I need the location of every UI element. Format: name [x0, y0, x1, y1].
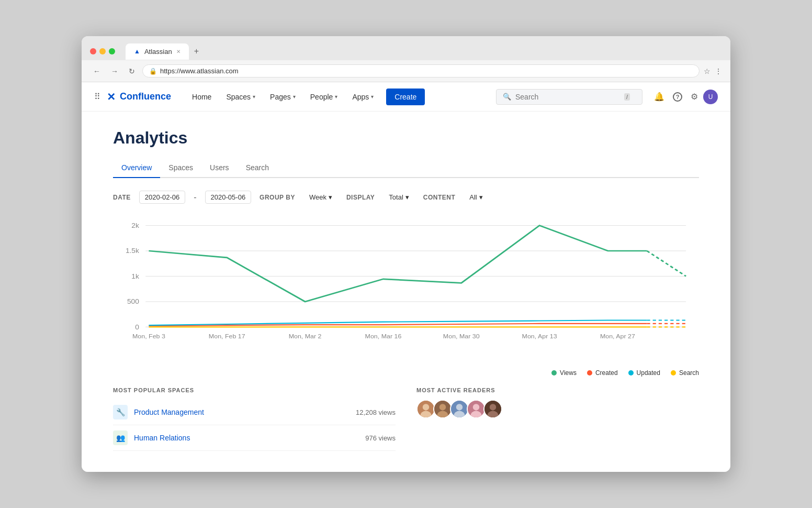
svg-text:Mon, Mar 16: Mon, Mar 16: [365, 333, 402, 339]
date-label: DATE: [113, 194, 131, 201]
tab-users[interactable]: Users: [201, 158, 238, 177]
filters-row: DATE 2020-02-06 - 2020-05-06 GROUP BY We…: [113, 191, 699, 204]
views-label: Views: [560, 369, 577, 377]
url-bar[interactable]: 🔒 https://www.atlassian.com: [142, 64, 700, 78]
maximize-button[interactable]: [109, 48, 115, 54]
minimize-button[interactable]: [99, 48, 106, 54]
most-active-readers-section: MOST ACTIVE READERS: [416, 387, 699, 451]
space-item-human-relations: 👥 Human Relations 976 views: [113, 425, 396, 451]
address-actions: ☆ ⋮: [704, 67, 722, 75]
svg-text:Mon, Apr 27: Mon, Apr 27: [600, 333, 635, 339]
analytics-chart: 2k 1.5k 1k 500 0: [113, 214, 699, 361]
svg-text:Mon, Feb 3: Mon, Feb 3: [132, 333, 165, 339]
space-icon-product: 🔧: [113, 405, 128, 419]
url-text: https://www.atlassian.com: [160, 67, 239, 75]
space-name-hr[interactable]: Human Relations: [134, 434, 365, 442]
tab-title: Atlassian: [144, 48, 172, 56]
tab-search[interactable]: Search: [238, 158, 277, 177]
svg-text:1.5k: 1.5k: [126, 247, 140, 255]
spaces-label: Spaces: [226, 93, 251, 101]
tab-users-label: Users: [210, 163, 229, 172]
search-input[interactable]: [515, 93, 620, 101]
back-button[interactable]: ←: [90, 65, 104, 78]
chart-legend: Views Created Updated Search: [113, 369, 699, 377]
new-tab-button[interactable]: +: [189, 42, 204, 60]
browser-chrome: ▲ Atlassian ✕ + ← → ↻ 🔒 https://www.atla…: [82, 36, 730, 82]
active-tab[interactable]: ▲ Atlassian ✕: [126, 43, 189, 60]
bookmark-icon[interactable]: ☆: [704, 67, 710, 75]
nav-home[interactable]: Home: [186, 89, 218, 105]
group-by-value: Week: [309, 193, 326, 201]
space-views-hr: 976 views: [365, 434, 396, 442]
svg-point-25: [439, 404, 446, 410]
svg-point-28: [456, 404, 463, 410]
create-button[interactable]: Create: [386, 89, 425, 105]
active-readers-title: MOST ACTIVE READERS: [416, 387, 699, 393]
legend-created: Created: [587, 369, 618, 377]
legend-search: Search: [671, 369, 699, 377]
svg-text:Mon, Feb 17: Mon, Feb 17: [209, 333, 245, 339]
tab-search-label: Search: [246, 163, 269, 172]
nav-spaces[interactable]: Spaces ▾: [220, 89, 262, 105]
title-bar: ▲ Atlassian ✕ +: [82, 36, 730, 60]
refresh-button[interactable]: ↻: [126, 65, 138, 78]
tab-overview-label: Overview: [121, 163, 152, 172]
nav-pages[interactable]: Pages ▾: [264, 89, 302, 105]
display-dropdown[interactable]: Total ▾: [383, 191, 414, 204]
popular-spaces-title: MOST POPULAR SPACES: [113, 387, 396, 393]
apps-dropdown-icon: ▾: [371, 94, 374, 100]
svg-text:2k: 2k: [131, 222, 139, 229]
reader-avatar-2[interactable]: [433, 400, 452, 418]
notifications-button[interactable]: 🔔: [651, 89, 668, 105]
main-content: Analytics Overview Spaces Users Search D…: [82, 112, 730, 472]
reader-avatar-1[interactable]: [416, 400, 435, 418]
more-icon[interactable]: ⋮: [715, 67, 722, 75]
created-label: Created: [595, 369, 618, 377]
most-popular-spaces-section: MOST POPULAR SPACES 🔧 Product Management…: [113, 387, 396, 451]
pages-label: Pages: [270, 93, 291, 101]
readers-avatars: [416, 400, 699, 418]
reader-avatar-5[interactable]: [483, 400, 502, 418]
content-value: All: [469, 193, 477, 201]
search-bar[interactable]: 🔍 /: [496, 89, 642, 105]
created-dot: [587, 370, 592, 376]
svg-point-31: [473, 404, 479, 410]
svg-line-10: [647, 251, 686, 276]
forward-button[interactable]: →: [108, 65, 121, 78]
nav-people[interactable]: People ▾: [304, 89, 344, 105]
confluence-logo[interactable]: ✕ Confluence: [107, 91, 171, 103]
tab-overview[interactable]: Overview: [113, 158, 160, 178]
space-item-product-management: 🔧 Product Management 12,208 views: [113, 400, 396, 425]
help-button[interactable]: ?: [670, 89, 685, 105]
svg-text:500: 500: [127, 298, 139, 305]
nav-icons: 🔔 ? ⚙ U: [651, 89, 718, 105]
search-icon: 🔍: [503, 93, 511, 101]
date-dash: -: [194, 193, 196, 202]
tabs-row: Overview Spaces Users Search: [113, 158, 699, 178]
reader-avatar-3[interactable]: [450, 400, 469, 418]
content-dropdown[interactable]: All ▾: [464, 191, 488, 204]
date-from-input[interactable]: 2020-02-06: [139, 191, 186, 204]
settings-button[interactable]: ⚙: [687, 89, 701, 105]
svg-text:Mon, Apr 13: Mon, Apr 13: [522, 333, 557, 339]
svg-text:0: 0: [135, 324, 139, 331]
apps-grid-icon[interactable]: ⠿: [94, 92, 100, 102]
legend-updated: Updated: [628, 369, 660, 377]
space-name-product[interactable]: Product Management: [134, 408, 356, 416]
updated-dot: [628, 370, 634, 376]
close-button[interactable]: [90, 48, 96, 54]
tab-close-button[interactable]: ✕: [176, 49, 181, 54]
spaces-dropdown-icon: ▾: [253, 94, 255, 100]
group-by-dropdown[interactable]: Week ▾: [303, 191, 338, 204]
nav-apps[interactable]: Apps ▾: [346, 89, 380, 105]
user-avatar[interactable]: U: [703, 90, 718, 104]
date-to-input[interactable]: 2020-05-06: [205, 191, 252, 204]
reader-avatar-4[interactable]: [467, 400, 486, 418]
chart-container: 2k 1.5k 1k 500 0: [113, 214, 699, 361]
svg-point-22: [423, 404, 429, 410]
home-label: Home: [192, 93, 211, 101]
pages-dropdown-icon: ▾: [293, 94, 296, 100]
display-value: Total: [389, 193, 403, 201]
tab-spaces[interactable]: Spaces: [160, 158, 201, 177]
views-dot: [551, 370, 557, 376]
